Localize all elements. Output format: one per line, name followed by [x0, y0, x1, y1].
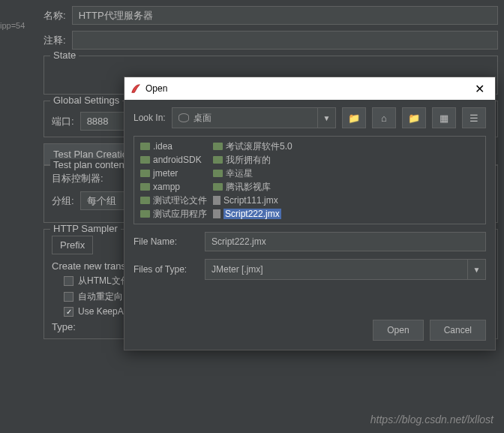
- folder-icon: [213, 143, 223, 150]
- open-button[interactable]: Open: [373, 320, 423, 341]
- name-label: 名称:: [44, 9, 66, 23]
- disk-icon: [178, 113, 189, 122]
- folder-item[interactable]: 幸运星: [210, 167, 296, 180]
- chevron-down-icon[interactable]: ▼: [317, 108, 335, 128]
- folder-icon: [140, 183, 150, 191]
- folder-item[interactable]: .idea: [137, 140, 210, 153]
- filename-label: File Name:: [134, 236, 197, 247]
- file-name-label: 腾讯影视库: [226, 181, 271, 194]
- file-name-label: 我所拥有的: [226, 154, 271, 167]
- folder-icon: [140, 156, 150, 164]
- home-button[interactable]: ⌂: [372, 107, 396, 128]
- folder-icon: [140, 143, 150, 150]
- lookin-combo[interactable]: 桌面 ▼: [172, 107, 336, 128]
- http-sampler-legend: HTTP Sampler: [50, 223, 121, 234]
- filetype-combo[interactable]: JMeter [.jmx] ▼: [205, 259, 486, 280]
- close-icon[interactable]: ✕: [470, 82, 489, 96]
- filename-input[interactable]: [205, 232, 486, 251]
- file-name-label: androidSDK: [153, 155, 202, 165]
- home-icon: ⌂: [381, 113, 387, 124]
- file-list[interactable]: .ideaandroidSDKjmeterxampp测试理论文件测试应用程序考试…: [134, 136, 486, 224]
- dialog-titlebar: Open ✕: [124, 77, 495, 100]
- lookin-value: 桌面: [194, 112, 212, 125]
- file-item[interactable]: Script111.jmx: [210, 194, 296, 207]
- comment-input[interactable]: [72, 31, 498, 50]
- comment-label: 注释:: [44, 34, 66, 47]
- file-name-label: Script222.jmx: [224, 209, 281, 219]
- checkbox-redirect[interactable]: [64, 292, 74, 302]
- folder-up-icon: 📁: [348, 113, 360, 124]
- folder-item[interactable]: jmeter: [137, 167, 210, 180]
- folder-item[interactable]: 考试滚屏软件5.0: [210, 140, 296, 153]
- open-dialog: Open ✕ Look In: 桌面 ▼ 📁 ⌂ 📁 ▦ ☰ .ideaandr…: [124, 77, 496, 350]
- new-folder-button[interactable]: 📁: [402, 107, 426, 128]
- folder-item[interactable]: androidSDK: [137, 153, 210, 167]
- filetype-value: JMeter [.jmx]: [212, 264, 263, 275]
- file-name-label: 测试应用程序: [153, 208, 207, 221]
- port-label: 端口:: [52, 115, 74, 128]
- file-item[interactable]: Script222.jmx: [210, 207, 296, 221]
- folder-item[interactable]: 测试应用程序: [137, 207, 210, 221]
- grid-icon: ▦: [440, 113, 448, 124]
- testplan-content-legend: Test plan content: [50, 159, 130, 170]
- name-input[interactable]: [72, 6, 498, 25]
- checkbox-redirect-label: 自动重定向: [78, 290, 123, 303]
- folder-icon: [213, 156, 223, 164]
- filetype-label: Files of Type:: [134, 264, 197, 275]
- folder-icon: [140, 170, 150, 177]
- prefix-label: Prefix: [52, 236, 93, 254]
- file-name-label: 幸运星: [226, 167, 253, 180]
- app-icon: [130, 83, 141, 94]
- file-name-label: .idea: [153, 141, 172, 152]
- chevron-down-icon[interactable]: ▼: [467, 260, 485, 279]
- file-name-label: xampp: [153, 182, 180, 192]
- cancel-button[interactable]: Cancel: [430, 320, 486, 341]
- checkbox-keepalive[interactable]: ✓: [64, 307, 74, 317]
- folder-icon: [140, 210, 150, 218]
- folder-item[interactable]: 我所拥有的: [210, 153, 296, 167]
- global-legend: Global Settings: [50, 95, 122, 106]
- file-icon: [213, 196, 220, 205]
- dialog-title: Open: [146, 83, 167, 94]
- view-grid-button[interactable]: ▦: [432, 107, 456, 128]
- state-legend: State: [50, 50, 79, 61]
- folder-item[interactable]: 腾讯影视库: [210, 180, 296, 194]
- view-list-button[interactable]: ☰: [462, 107, 486, 128]
- file-name-label: 考试滚屏软件5.0: [226, 140, 292, 153]
- checkbox-html[interactable]: [64, 276, 74, 286]
- list-icon: ☰: [470, 113, 478, 124]
- side-panel-text: ipp=54: [0, 21, 25, 30]
- checkbox-html-label: 从HTML文件: [78, 275, 130, 287]
- group-label: 分组:: [52, 194, 74, 208]
- file-icon: [213, 209, 220, 218]
- watermark: https://blog.csdn.net/lxllost: [370, 413, 494, 425]
- folder-item[interactable]: 测试理论文件: [137, 194, 210, 207]
- folder-icon: 📁: [408, 113, 420, 124]
- folder-icon: [140, 197, 150, 204]
- target-controller-label: 目标控制器:: [52, 172, 104, 185]
- file-name-label: jmeter: [153, 168, 178, 179]
- folder-icon: [213, 183, 223, 191]
- file-name-label: Script111.jmx: [224, 195, 278, 206]
- up-folder-button[interactable]: 📁: [342, 107, 366, 128]
- lookin-label: Look In:: [134, 113, 166, 123]
- folder-icon: [213, 170, 223, 177]
- folder-item[interactable]: xampp: [137, 180, 210, 194]
- file-name-label: 测试理论文件: [153, 194, 207, 207]
